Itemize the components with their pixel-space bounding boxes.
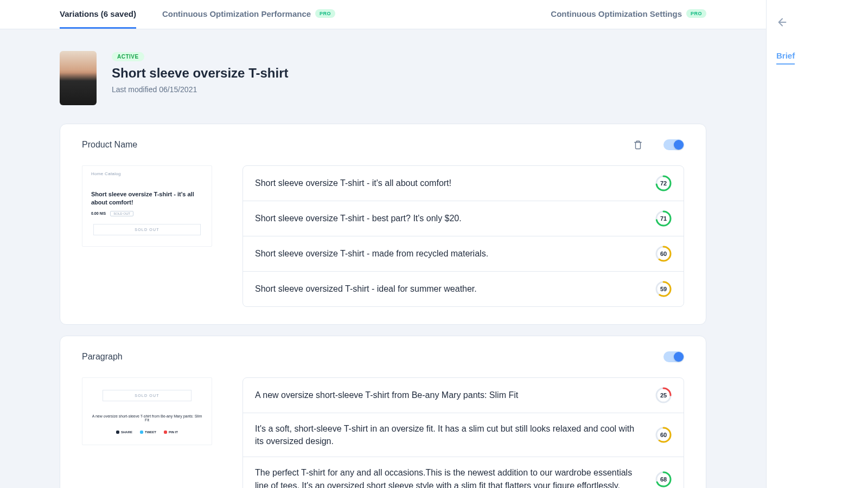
panel-title: Product Name: [82, 140, 137, 150]
variants-list: Short sleeve oversize T-shirt - it's all…: [242, 165, 684, 307]
variant-text: The perfect T-shirt for any and all occa…: [255, 466, 644, 488]
score-ring: 71: [655, 210, 672, 227]
side-panel: Brief: [766, 0, 868, 488]
tweet-label: TWEET: [145, 431, 156, 434]
preview-thumbnail: SOLD OUT A new oversize short-sleeve T-s…: [82, 377, 212, 488]
variant-row[interactable]: It's a soft, short-sleeve T-shirt in an …: [243, 413, 684, 457]
score-ring: 25: [655, 387, 672, 403]
variant-row[interactable]: Short sleeve oversize T-shirt - made fro…: [243, 236, 684, 272]
back-arrow-icon[interactable]: [776, 16, 788, 30]
last-modified: Last modified 06/15/2021: [112, 85, 288, 94]
variant-row[interactable]: Short sleeve oversize T-shirt - it's all…: [243, 166, 684, 201]
variant-text: A new oversize short-sleeve T-shirt from…: [255, 389, 644, 401]
panel-paragraph: Paragraph SOLD OUT A new oversize short-…: [60, 336, 706, 488]
panel-title: Paragraph: [82, 352, 123, 362]
variant-text: It's a soft, short-sleeve T-shirt in an …: [255, 422, 644, 447]
status-badge: ACTIVE: [112, 52, 144, 61]
score-value: 72: [655, 175, 672, 191]
share-label: SHARE: [121, 431, 132, 434]
variant-text: Short sleeve oversize T-shirt - it's all…: [255, 177, 644, 189]
brief-tab[interactable]: Brief: [776, 51, 795, 65]
toggle-switch[interactable]: [663, 351, 684, 362]
tab-label: Variations (6 saved): [60, 9, 136, 18]
trash-icon[interactable]: [633, 139, 643, 150]
product-title: Short sleeve oversize T-shirt: [112, 66, 288, 81]
variant-text: Short sleeve oversized T-shirt - ideal f…: [255, 282, 644, 295]
preview-nav: Home Catalog: [91, 171, 203, 176]
top-tabs: Variations (6 saved) Continuous Optimiza…: [0, 0, 766, 29]
score-value: 59: [655, 281, 672, 297]
tab-label: Continuous Optimization Settings: [551, 9, 682, 18]
preview-button: SOLD OUT: [103, 390, 192, 401]
score-value: 71: [655, 210, 672, 227]
tab-performance[interactable]: Continuous Optimization Performance PRO: [162, 1, 335, 29]
score-ring: 59: [655, 281, 672, 297]
variant-row[interactable]: A new oversize short-sleeve T-shirt from…: [243, 378, 684, 413]
preview-stock: SOLD OUT: [110, 211, 133, 216]
tab-settings[interactable]: Continuous Optimization Settings PRO: [551, 1, 706, 29]
preview-headline: Short sleeve oversize T-shirt - it's all…: [91, 190, 203, 207]
pin-label: PIN IT: [169, 431, 178, 434]
score-value: 25: [655, 387, 672, 403]
toggle-switch[interactable]: [663, 139, 684, 150]
variants-list: A new oversize short-sleeve T-shirt from…: [242, 377, 684, 488]
product-header: ACTIVE Short sleeve oversize T-shirt Las…: [60, 51, 706, 105]
preview-description: A new oversize short-sleeve T-shirt from…: [91, 414, 203, 422]
score-ring: 72: [655, 175, 672, 191]
score-ring: 68: [655, 471, 672, 487]
pro-badge: PRO: [686, 9, 706, 18]
score-value: 60: [655, 246, 672, 262]
pro-badge: PRO: [315, 9, 335, 18]
score-ring: 60: [655, 427, 672, 443]
preview-price: 0.00 NIS: [91, 211, 106, 215]
variant-text: Short sleeve oversize T-shirt - best par…: [255, 212, 644, 224]
preview-button: SOLD OUT: [93, 224, 201, 235]
preview-thumbnail: Home Catalog Short sleeve oversize T-shi…: [82, 165, 212, 307]
variant-text: Short sleeve oversize T-shirt - made fro…: [255, 247, 644, 260]
variant-row[interactable]: Short sleeve oversized T-shirt - ideal f…: [243, 272, 684, 306]
score-ring: 60: [655, 246, 672, 262]
score-value: 68: [655, 471, 672, 487]
tab-variations[interactable]: Variations (6 saved): [60, 1, 136, 29]
panel-product-name: Product Name Home Catalog Short sleeve o…: [60, 124, 706, 325]
preview-social: SHARE TWEET PIN IT: [91, 431, 203, 434]
tab-label: Continuous Optimization Performance: [162, 9, 311, 18]
score-value: 60: [655, 427, 672, 443]
variant-row[interactable]: The perfect T-shirt for any and all occa…: [243, 457, 684, 488]
product-thumbnail: [60, 51, 97, 105]
variant-row[interactable]: Short sleeve oversize T-shirt - best par…: [243, 201, 684, 236]
